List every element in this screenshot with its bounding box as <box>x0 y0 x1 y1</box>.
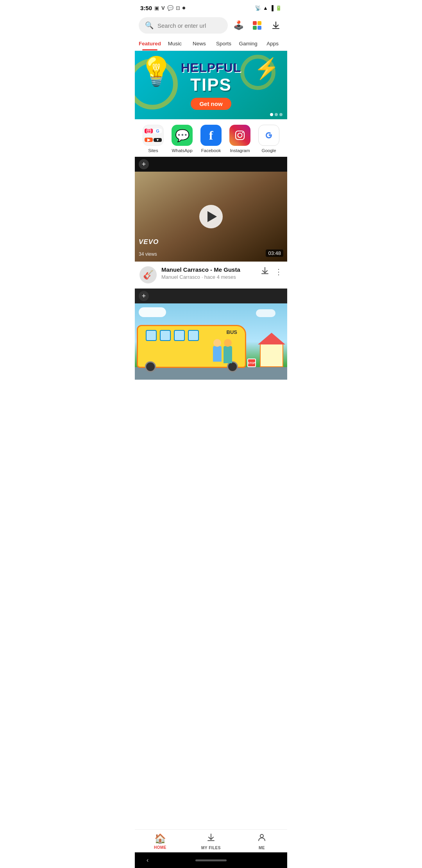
status-time: 3:50 <box>140 5 152 11</box>
signal-icon: ▐ <box>270 5 274 11</box>
banner-headline2: TIPS <box>181 75 241 95</box>
banner[interactable]: 💡 ⚡ HELPFUL TIPS Get now <box>135 51 287 119</box>
search-input-wrap[interactable]: 🔍 <box>139 17 228 34</box>
video-download-button-1[interactable] <box>261 266 269 277</box>
video-thumbnail-2[interactable]: BUS STOP <box>135 303 287 380</box>
video-card-header-1: + <box>135 157 287 172</box>
bus-windows <box>146 330 199 341</box>
download-icon <box>271 21 281 30</box>
whatsapp-icon: 💬 <box>172 125 193 146</box>
joystick-button[interactable]: 🕹️ <box>231 18 246 33</box>
svg-rect-0 <box>253 21 257 25</box>
apps-grid-icon <box>252 20 262 30</box>
svg-point-8 <box>238 133 242 138</box>
play-button-1[interactable] <box>199 205 223 228</box>
svg-point-9 <box>242 132 243 133</box>
bus-scene: BUS STOP <box>135 303 287 380</box>
video-card-1: + VEVO 34 views 03:48 <box>135 157 287 262</box>
road <box>135 367 287 380</box>
status-bar: 3:50 ▣ V 💬 ⊡ 📡 ▲ ▐ 🔋 <box>135 0 287 14</box>
wifi-icon: ▲ <box>263 5 268 11</box>
banner-cta-button[interactable]: Get now <box>191 98 231 110</box>
status-left: 3:50 ▣ V 💬 ⊡ <box>140 5 185 11</box>
video-card-header-2: + <box>135 289 287 303</box>
tab-apps[interactable]: Apps <box>260 37 285 50</box>
svg-rect-2 <box>253 26 257 30</box>
cloud-left <box>139 307 166 317</box>
play-triangle-1 <box>207 211 217 222</box>
app-item-sites[interactable]: G ▶ ▼ Sites <box>141 125 166 153</box>
characters <box>213 346 232 363</box>
instagram-icon <box>229 125 250 146</box>
tab-music[interactable]: Music <box>163 37 187 50</box>
search-icon: 🔍 <box>145 21 154 30</box>
video-sub-1: Manuel Carrasco · hace 4 meses <box>161 274 256 280</box>
tab-gaming[interactable]: Gaming <box>236 37 261 50</box>
screen-mirror-icon: ▣ <box>154 5 159 11</box>
tab-news[interactable]: News <box>187 37 212 50</box>
bus-text: BUS <box>227 329 237 335</box>
nav-tabs: Featured Music News Sports Gaming Apps <box>135 37 287 51</box>
apps-grid-button[interactable] <box>250 18 265 33</box>
tab-featured[interactable]: Featured <box>137 37 163 50</box>
banner-headline1: HELPFUL <box>181 61 241 75</box>
video-title-1: Manuel Carrasco - Me Gusta <box>161 266 256 273</box>
lightning-icon: ⚡ <box>254 57 279 81</box>
add-video-button-1[interactable]: + <box>139 159 149 169</box>
sites-icon: G ▶ ▼ <box>143 125 164 146</box>
google-icon <box>258 125 279 146</box>
sites-label: Sites <box>148 148 158 153</box>
views-badge-1: 34 views <box>139 251 157 257</box>
search-input[interactable] <box>157 22 222 29</box>
banner-dots <box>270 113 283 116</box>
vevo-badge-1: VEVO <box>139 238 159 246</box>
cloud-right <box>256 309 275 317</box>
bulb-icon: 💡 <box>139 55 174 88</box>
banner-text-block: HELPFUL TIPS Get now <box>181 61 241 110</box>
toolbar-icons: 🕹️ <box>231 18 283 33</box>
instagram-label: Instagram <box>230 148 250 153</box>
joystick-icon: 🕹️ <box>233 20 244 30</box>
app-item-whatsapp[interactable]: 💬 WhatsApp <box>170 125 195 153</box>
app-item-instagram[interactable]: Instagram <box>227 125 252 153</box>
video-actions-1: ⋮ <box>261 266 283 277</box>
svg-rect-1 <box>257 21 261 25</box>
facebook-label: Facebook <box>201 148 221 153</box>
cast-icon: 📡 <box>255 5 261 11</box>
app-item-facebook[interactable]: f Facebook <box>198 125 224 153</box>
box-icon: ⊡ <box>176 5 180 11</box>
video-card-2: + BUS <box>135 289 287 380</box>
duration-badge-1: 03:48 <box>266 249 283 257</box>
svg-rect-3 <box>257 26 261 30</box>
video-avatar-1: 🎸 <box>139 266 157 283</box>
wheel-left <box>145 361 156 372</box>
chat-icon: 💬 <box>167 5 173 11</box>
battery-icon: 🔋 <box>275 5 282 11</box>
notification-dot <box>182 7 185 9</box>
search-bar-row: 🔍 🕹️ <box>135 14 287 37</box>
house-body <box>260 344 283 367</box>
facebook-icon: f <box>200 125 222 146</box>
v-icon: V <box>161 5 165 11</box>
download-button[interactable] <box>268 18 283 33</box>
house-roof <box>258 333 285 344</box>
add-video-button-2[interactable]: + <box>139 291 149 301</box>
video-thumbnail-1[interactable]: VEVO 34 views 03:48 <box>135 172 287 262</box>
video-info-1: 🎸 Manuel Carrasco - Me Gusta Manuel Carr… <box>135 262 287 289</box>
app-item-google[interactable]: Google <box>256 125 281 153</box>
stop-sign: STOP <box>247 359 256 367</box>
google-label: Google <box>261 148 276 153</box>
tab-sports[interactable]: Sports <box>211 37 236 50</box>
video-more-button-1[interactable]: ⋮ <box>275 267 283 276</box>
whatsapp-label: WhatsApp <box>172 148 192 153</box>
app-grid: G ▶ ▼ Sites 💬 WhatsApp f Facebook <box>135 119 287 157</box>
video-meta-1: Manuel Carrasco - Me Gusta Manuel Carras… <box>161 266 256 280</box>
status-icons: 📡 ▲ ▐ 🔋 <box>255 5 282 11</box>
